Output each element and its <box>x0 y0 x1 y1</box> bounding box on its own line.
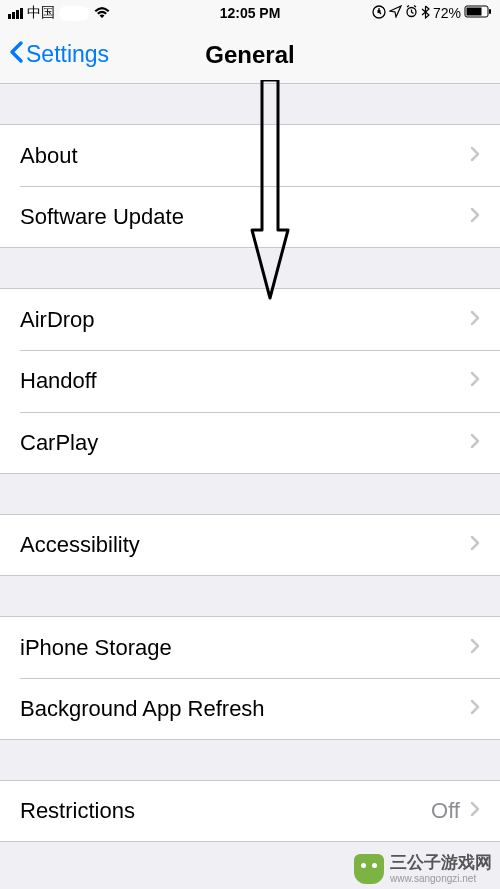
cell-carplay[interactable]: CarPlay <box>0 412 500 474</box>
cell-label: Background App Refresh <box>20 696 470 722</box>
chevron-right-icon <box>470 310 480 330</box>
back-button[interactable]: Settings <box>8 40 109 70</box>
wifi-icon <box>93 5 111 22</box>
cell-label: Handoff <box>20 368 470 394</box>
chevron-right-icon <box>470 535 480 555</box>
chevron-right-icon <box>470 638 480 658</box>
battery-percent: 72% <box>433 5 461 21</box>
cell-label: iPhone Storage <box>20 635 470 661</box>
status-left: 中国 <box>8 4 111 22</box>
page-title: General <box>205 41 294 69</box>
cell-label: Restrictions <box>20 798 431 824</box>
cell-label: Software Update <box>20 204 470 230</box>
chevron-left-icon <box>8 40 24 70</box>
group-restrictions: Restrictions Off <box>0 780 500 842</box>
rotation-lock-icon <box>372 5 386 22</box>
chevron-right-icon <box>470 371 480 391</box>
cell-label: AirDrop <box>20 307 470 333</box>
robot-icon <box>354 854 384 884</box>
cell-label: CarPlay <box>20 430 470 456</box>
bluetooth-icon <box>421 5 430 22</box>
group-airdrop: AirDrop Handoff CarPlay <box>0 288 500 474</box>
group-accessibility: Accessibility <box>0 514 500 576</box>
status-bar: 中国 12:05 PM 72% <box>0 0 500 26</box>
chevron-right-icon <box>470 433 480 453</box>
chevron-right-icon <box>470 146 480 166</box>
alarm-icon <box>405 5 418 21</box>
cell-airdrop[interactable]: AirDrop <box>0 288 500 350</box>
cell-label: About <box>20 143 470 169</box>
cell-about[interactable]: About <box>0 124 500 186</box>
status-right: 72% <box>372 5 492 22</box>
back-label: Settings <box>26 41 109 68</box>
chevron-right-icon <box>470 801 480 821</box>
watermark-text: 三公子游戏网 <box>390 854 492 873</box>
group-about: About Software Update <box>0 124 500 248</box>
chevron-right-icon <box>470 699 480 719</box>
nav-bar: Settings General <box>0 26 500 84</box>
cell-iphone-storage[interactable]: iPhone Storage <box>0 616 500 678</box>
carrier-mask <box>59 6 89 21</box>
cell-background-app-refresh[interactable]: Background App Refresh <box>0 678 500 740</box>
group-storage: iPhone Storage Background App Refresh <box>0 616 500 740</box>
watermark: 三公子游戏网 www.sangongzi.net <box>354 854 492 884</box>
cell-label: Accessibility <box>20 532 470 558</box>
status-time: 12:05 PM <box>220 5 281 21</box>
location-icon <box>389 5 402 21</box>
svg-rect-4 <box>467 8 482 16</box>
cell-value: Off <box>431 798 460 824</box>
battery-icon <box>464 5 492 21</box>
carrier-label: 中国 <box>27 4 55 22</box>
cell-handoff[interactable]: Handoff <box>0 350 500 412</box>
cell-restrictions[interactable]: Restrictions Off <box>0 780 500 842</box>
signal-icon <box>8 8 23 19</box>
watermark-sub: www.sangongzi.net <box>390 873 476 884</box>
svg-rect-1 <box>377 10 380 13</box>
chevron-right-icon <box>470 207 480 227</box>
svg-rect-5 <box>489 9 491 14</box>
cell-software-update[interactable]: Software Update <box>0 186 500 248</box>
cell-accessibility[interactable]: Accessibility <box>0 514 500 576</box>
